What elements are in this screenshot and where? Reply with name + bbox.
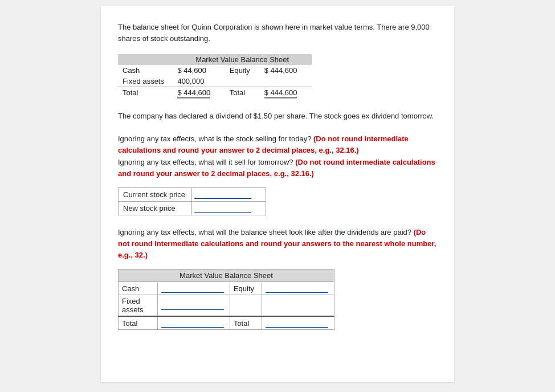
balance-sheet-2: Market Value Balance Sheet Cash Equity F… (118, 269, 437, 330)
bs1-cash-value: $ 44,600 (173, 65, 225, 76)
current-stock-row: Current stock price (119, 187, 266, 201)
bs2-fixed-input[interactable] (161, 301, 224, 310)
bs2-cash-label: Cash (119, 282, 158, 295)
bs2-equity-input-cell (262, 282, 334, 295)
bs1-total-right-label: Total (225, 87, 260, 101)
new-stock-input-cell (192, 201, 266, 215)
current-stock-input-cell (192, 187, 266, 201)
new-stock-input[interactable] (194, 203, 251, 213)
bs1-equity-value: $ 444,600 (260, 65, 312, 76)
stock-price-table: Current stock price New stock price (118, 187, 266, 215)
bs1-row-1: Fixed assets 400,000 (118, 76, 312, 87)
bs1-row1-right-value (260, 76, 312, 87)
intro-text: The balance sheet for Quinn Corporation … (118, 22, 437, 44)
q1-today-text: Ignoring any tax effects, what is the st… (118, 134, 311, 143)
bs1-total-left-value: $ 444,600 (173, 87, 225, 101)
bs1-row-0: Cash $ 44,600 Equity $ 444,600 (118, 65, 312, 76)
bs1-row1-right-label (225, 76, 260, 87)
bs1-header-row: Market Value Balance Sheet (118, 54, 312, 65)
bs2-row-cash: Cash Equity (119, 282, 334, 295)
new-stock-row: New stock price (119, 201, 266, 215)
bs2-equity-label: Equity (230, 282, 262, 295)
bs2-cash-input-cell (157, 282, 230, 295)
bs1-total-right-value: $ 444,600 (260, 87, 312, 101)
q1-dividend-text: The company has declared a dividend of $… (118, 112, 434, 120)
bs2-fixed-right-label (230, 295, 262, 317)
bs1-total-right-dbl: $ 444,600 (264, 88, 297, 99)
bs2-fixed-right-input-cell (262, 295, 334, 317)
page-card: The balance sheet for Quinn Corporation … (101, 6, 454, 382)
bs1-total-left-dbl: $ 444,600 (177, 88, 210, 99)
bs2-fixed-label: Fixed assets (119, 295, 158, 317)
bs1-header-spacer (118, 54, 173, 65)
balance-sheet-1: Market Value Balance Sheet Cash $ 44,600… (118, 54, 437, 100)
bs2-total-right-label: Total (230, 316, 262, 330)
bs2-fixed-input-cell (157, 295, 230, 317)
bs1-fixed-value: 400,000 (173, 76, 225, 87)
bs2-total-right-input-cell (262, 316, 334, 330)
bs1-equity-label: Equity (225, 65, 260, 76)
current-stock-label: Current stock price (119, 187, 192, 201)
bs1-fixed-label: Fixed assets (118, 76, 173, 87)
bs2-total-left-input-cell (157, 316, 230, 330)
bs2-total-left-input[interactable] (161, 318, 224, 328)
bs1-total-left-label: Total (118, 87, 173, 101)
q2-main-text: Ignoring any tax effects, what will the … (118, 228, 411, 236)
new-stock-label: New stock price (119, 201, 192, 215)
bs2-table: Market Value Balance Sheet Cash Equity F… (118, 269, 334, 330)
q1-text-block: The company has declared a dividend of $… (118, 111, 437, 179)
current-stock-input[interactable] (194, 190, 251, 199)
bs1-table: Market Value Balance Sheet Cash $ 44,600… (118, 54, 312, 100)
q1-tomorrow-text: Ignoring any tax effects, what will it s… (118, 158, 293, 166)
q2-text-block: Ignoring any tax effects, what will the … (118, 227, 437, 261)
bs2-row-fixed: Fixed assets (119, 295, 334, 317)
bs2-total-right-input[interactable] (266, 318, 328, 328)
bs1-total-row: Total $ 444,600 Total $ 444,600 (118, 87, 312, 101)
bs2-header-row: Market Value Balance Sheet (119, 270, 334, 282)
bs1-title: Market Value Balance Sheet (173, 54, 312, 65)
bs1-cash-label: Cash (118, 65, 173, 76)
bs2-total-row: Total Total (119, 316, 334, 330)
bs2-title: Market Value Balance Sheet (119, 270, 334, 282)
bs2-cash-input[interactable] (161, 284, 224, 293)
bs2-total-left-label: Total (119, 316, 158, 330)
bs2-equity-input[interactable] (266, 284, 328, 293)
